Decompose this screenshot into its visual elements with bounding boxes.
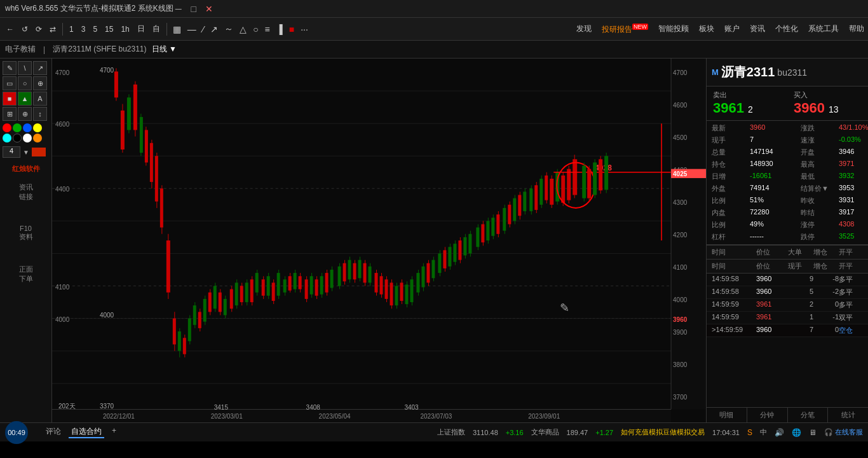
close-button[interactable]: ✕ xyxy=(204,4,214,14)
tr5-type: 空仓 xyxy=(839,326,864,335)
color-block-icon[interactable]: ■ xyxy=(287,23,296,36)
tray-icon-5[interactable]: 🖥 xyxy=(809,428,817,437)
color-blue[interactable] xyxy=(23,123,32,132)
f10-link[interactable]: F10资料 xyxy=(3,223,49,243)
refresh2-button[interactable]: ⟳ xyxy=(33,24,44,35)
circle-icon[interactable]: ○ xyxy=(251,23,260,36)
tray-icon-3[interactable]: 🔊 xyxy=(775,428,784,437)
period-5-button[interactable]: 5 xyxy=(90,24,100,35)
period-1-button[interactable]: 1 xyxy=(67,24,76,35)
more-icon[interactable]: ··· xyxy=(299,23,310,36)
color-white[interactable] xyxy=(23,134,32,142)
symbol-name[interactable]: 沥青2311M (SHFE bu2311) xyxy=(53,44,146,55)
period-15-button[interactable]: 15 xyxy=(102,24,116,35)
draw-line-icon[interactable]: ∕ xyxy=(201,23,206,36)
plus-tool[interactable]: ⊕ xyxy=(18,107,32,121)
refresh-button[interactable]: ↺ xyxy=(19,24,31,35)
pencil-tool[interactable]: ✎ xyxy=(3,61,17,75)
color-black[interactable] xyxy=(13,134,22,142)
circle-tool[interactable]: ○ xyxy=(18,76,32,90)
chart-area[interactable]: 4700 4600 4400 4100 4000 xyxy=(52,59,706,422)
period-selector[interactable]: 日线 ▼ xyxy=(152,44,177,55)
period-3-button[interactable]: 3 xyxy=(79,24,88,35)
grid-icon[interactable]: ▦ xyxy=(171,23,183,36)
period-label: 日线 xyxy=(152,45,167,53)
text-tool[interactable]: A xyxy=(33,92,47,106)
minimize-button[interactable]: ─ xyxy=(173,4,184,14)
triangle-icon[interactable]: △ xyxy=(238,23,248,36)
qd-label-suzang: 速涨 xyxy=(801,135,839,145)
color-picker xyxy=(3,123,49,142)
maximize-button[interactable]: □ xyxy=(189,4,199,14)
period-1h-button[interactable]: 1h xyxy=(118,24,132,35)
svg-rect-75 xyxy=(272,282,275,301)
grid-tool[interactable]: ⊞ xyxy=(3,107,17,121)
nav-research[interactable]: 投研报告NEW xyxy=(602,24,648,35)
nav-customize[interactable]: 个性化 xyxy=(775,24,798,34)
promo-text[interactable]: 如何充值模拟豆做模拟交易 xyxy=(621,427,705,437)
qd-val-zhangdie: 43/1.10% xyxy=(839,123,868,133)
trend-icon[interactable]: ↗ xyxy=(208,23,220,36)
svg-text:2023/03/01: 2023/03/01 xyxy=(211,413,243,420)
switch-button[interactable]: ⇄ xyxy=(47,24,58,35)
tool-row-2: ▭ ○ ⊕ xyxy=(3,76,49,90)
line-icon[interactable]: — xyxy=(186,23,198,36)
color-yellow[interactable] xyxy=(33,123,42,132)
arrow-tool[interactable]: ↗ xyxy=(33,61,47,75)
tab-watchlist[interactable]: 自选合约 xyxy=(69,426,104,438)
nav-help[interactable]: 帮助 xyxy=(849,24,864,34)
tray-icon-1[interactable]: S xyxy=(747,428,752,437)
tray-icon-4[interactable]: 🌐 xyxy=(792,428,801,437)
back-button[interactable]: ← xyxy=(4,24,17,35)
online-service[interactable]: 🎧 在线客服 xyxy=(824,427,863,437)
period-day-button[interactable]: 日 xyxy=(135,22,147,36)
svg-rect-177 xyxy=(545,176,548,200)
svg-rect-67 xyxy=(250,279,254,302)
wave-icon[interactable]: ～ xyxy=(222,22,235,36)
svg-text:3370: 3370 xyxy=(100,402,114,409)
color-green[interactable] xyxy=(13,123,22,132)
size-arrow[interactable]: ▼ xyxy=(23,149,29,156)
sell-qty: 2 xyxy=(748,104,753,114)
qd-val-suzang: -0.03% xyxy=(839,135,868,145)
tab-fenbi[interactable]: 分笔 xyxy=(788,408,829,422)
svg-rect-219 xyxy=(52,410,671,422)
nav-tools[interactable]: 系统工具 xyxy=(808,24,839,34)
crosshair-tool[interactable]: ⊕ xyxy=(33,76,47,90)
period-auto-button[interactable]: 自 xyxy=(150,22,163,36)
tab-fenzhong[interactable]: 分钟 xyxy=(747,408,788,422)
nav-discover[interactable]: 发现 xyxy=(576,24,592,34)
nav-sector[interactable]: 板块 xyxy=(699,24,714,34)
nav-news[interactable]: 资讯 xyxy=(750,24,765,34)
fill-green-tool[interactable]: ▲ xyxy=(18,92,32,106)
bar-chart-icon[interactable]: ▐ xyxy=(275,23,285,36)
rect-tool[interactable]: ▭ xyxy=(3,76,17,90)
th-qty: 大单 xyxy=(788,247,813,257)
qd-val-waipan: 74914 xyxy=(750,184,801,193)
tab-mingxi[interactable]: 明细 xyxy=(707,408,747,422)
zoom-tool[interactable]: ↕ xyxy=(33,107,47,121)
size-value[interactable]: 4 xyxy=(3,146,20,158)
order-link[interactable]: 正面下单 xyxy=(3,263,49,285)
qd-label-neipan: 内盘 xyxy=(712,208,750,218)
tab-comment[interactable]: 评论 xyxy=(43,426,64,438)
nav-account[interactable]: 账户 xyxy=(724,24,740,34)
status-right: 上证指数 3110.48 +3.16 文华商品 189.47 +1.27 如何充… xyxy=(437,427,863,437)
color-swatch[interactable] xyxy=(32,148,46,156)
tab-tongji[interactable]: 统计 xyxy=(828,408,868,422)
news-link[interactable]: 资讯链接 xyxy=(3,181,49,203)
qd-val-zoliang: 147194 xyxy=(750,148,801,157)
nav-smart[interactable]: 智能投顾 xyxy=(658,24,689,34)
tr3-type: 多平 xyxy=(839,300,864,310)
svg-text:4700: 4700 xyxy=(55,69,70,76)
fill-red-tool[interactable]: ■ xyxy=(3,92,17,106)
svg-text:2023/05/04: 2023/05/04 xyxy=(319,413,351,420)
tab-add[interactable]: + xyxy=(109,426,119,438)
text-icon[interactable]: ≡ xyxy=(263,23,272,36)
color-orange[interactable] xyxy=(33,134,42,142)
color-cyan[interactable] xyxy=(3,134,11,142)
line-tool[interactable]: \ xyxy=(18,61,32,75)
top-nav: 发现 投研报告NEW 智能投顾 板块 账户 资讯 个性化 系统工具 帮助 xyxy=(576,24,864,35)
qd-label-kaipan: 开盘 xyxy=(801,148,839,157)
color-red[interactable] xyxy=(3,123,11,132)
